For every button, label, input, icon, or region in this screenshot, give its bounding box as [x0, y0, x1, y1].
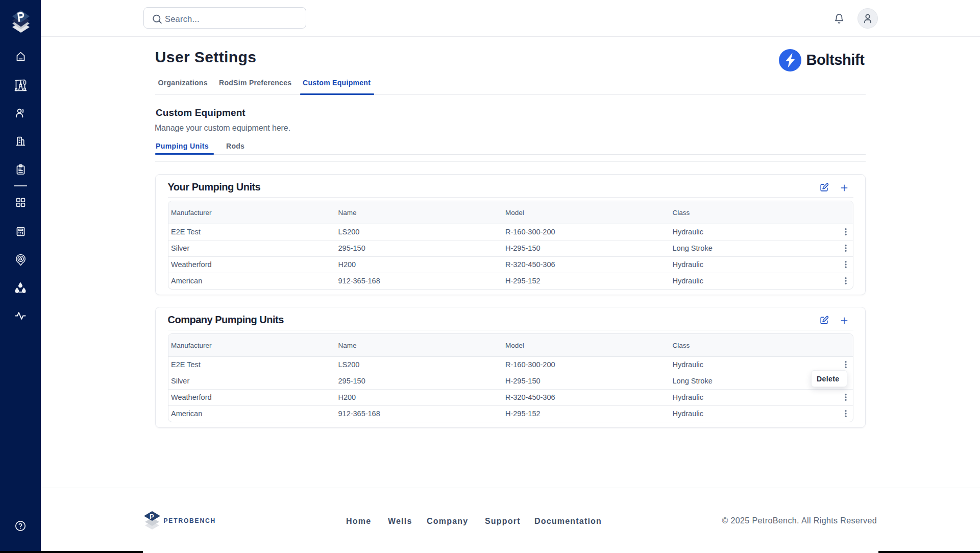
svg-text:P: P: [150, 513, 154, 520]
